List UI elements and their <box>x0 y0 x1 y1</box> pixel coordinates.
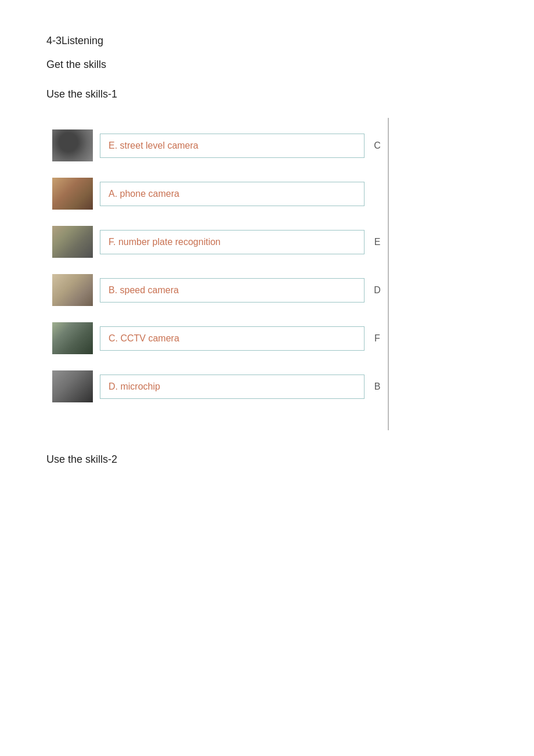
list-item: D. microchipB <box>52 370 388 402</box>
microchip-image <box>52 370 93 402</box>
microchip-label: D. microchip <box>100 375 365 399</box>
cctv-camera-answer: F <box>371 333 388 344</box>
skills-section: E. street level cameraCA. phone cameraF.… <box>46 118 488 430</box>
use-skills-1-title: Use the skills-1 <box>46 88 488 100</box>
list-item: C. CCTV cameraF <box>52 322 388 354</box>
number-plate-label: F. number plate recognition <box>100 230 365 254</box>
street-camera-answer: C <box>371 141 388 151</box>
phone-camera-label: A. phone camera <box>100 182 365 206</box>
skills-container: E. street level cameraCA. phone cameraF.… <box>52 118 389 430</box>
list-item: B. speed cameraD <box>52 274 388 306</box>
use-skills-2-title: Use the skills-2 <box>46 453 488 466</box>
number-plate-answer: E <box>371 237 388 247</box>
microchip-answer: B <box>371 381 388 392</box>
street-camera-label: E. street level camera <box>100 134 365 158</box>
get-skills-title: Get the skills <box>46 59 488 71</box>
phone-camera-image <box>52 178 93 210</box>
cctv-camera-label: C. CCTV camera <box>100 326 365 351</box>
list-item: F. number plate recognitionE <box>52 226 388 258</box>
street-camera-image <box>52 129 93 161</box>
cctv-camera-image <box>52 322 93 354</box>
speed-camera-image <box>52 274 93 306</box>
list-item: E. street level cameraC <box>52 129 388 161</box>
list-item: A. phone camera <box>52 178 388 210</box>
section-title: 4-3Listening <box>46 35 488 47</box>
number-plate-image <box>52 226 93 258</box>
page-container: 4-3Listening Get the skills Use the skil… <box>46 35 488 466</box>
speed-camera-label: B. speed camera <box>100 278 365 303</box>
speed-camera-answer: D <box>371 285 388 296</box>
